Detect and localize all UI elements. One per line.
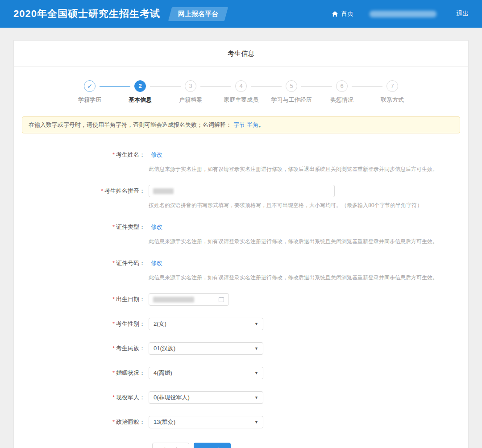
step-label: 学习与工作经历: [266, 96, 317, 104]
field-ethnicity: *考生民族： 01(汉族) ▼: [14, 342, 468, 355]
step-label: 奖惩情况: [317, 96, 367, 104]
step-label: 户籍档案: [166, 96, 216, 104]
chevron-down-icon: ▼: [254, 322, 258, 326]
next-step-button[interactable]: 下一步: [194, 443, 231, 448]
required-mark: *: [112, 320, 115, 327]
halfwidth-notice-banner: 在输入数字或字母时，请使用半角字符，否则可能会造成报名失败；名词解释：字节半角。: [22, 116, 460, 133]
candidate-name-note: 此信息来源于实名注册，如有误请登录实名注册进行修改，修改后退出系统且关闭浏览器重…: [149, 166, 468, 173]
username-redacted: [370, 11, 436, 17]
required-mark: *: [112, 419, 115, 425]
halfwidth-glossary-link[interactable]: 半角: [247, 121, 258, 128]
step-rewards-punishments[interactable]: 6 奖惩情况: [317, 80, 367, 104]
previous-step-button[interactable]: 上一步: [152, 443, 189, 448]
step-number: 5: [286, 80, 297, 92]
header-nav: 首页 退出: [332, 10, 469, 18]
step-household-archive[interactable]: 3 户籍档案: [166, 80, 216, 104]
step-number: 6: [336, 80, 348, 92]
birth-date-label: *出生日期：: [14, 293, 149, 306]
step-basic-info[interactable]: 2 基本信息: [115, 80, 166, 104]
required-mark: *: [112, 224, 115, 230]
step-study-work-experience[interactable]: 5 学习与工作经历: [266, 80, 317, 104]
modify-cert-number-link[interactable]: 修改: [151, 257, 162, 270]
marital-status-value: 4(离婚): [154, 369, 172, 377]
chevron-down-icon: ▼: [254, 371, 258, 375]
field-cert-number: *证件号码： 修改 此信息来源于实名注册，如有误请登录实名注册进行修改，修改后退…: [14, 257, 468, 281]
field-cert-type: *证件类型： 修改 此信息来源于实名注册，如有误请登录实名注册进行修改，修改后退…: [14, 221, 468, 245]
marital-status-select[interactable]: 4(离婚) ▼: [149, 367, 263, 379]
page-title: 考生信息: [14, 41, 468, 67]
notice-suffix: 。: [258, 121, 264, 128]
gender-label: *考生性别：: [14, 318, 149, 330]
logout-link[interactable]: 退出: [456, 10, 469, 18]
field-political-status: *政治面貌： 13(群众) ▼: [14, 416, 468, 428]
ethnicity-label: *考生民族：: [14, 342, 149, 355]
field-candidate-name: *考生姓名： 修改 此信息来源于实名注册，如有误请登录实名注册进行修改，修改后退…: [14, 149, 468, 173]
field-name-pinyin: *考生姓名拼音： 按姓名的汉语拼音的书写形式填写，要求顶格写，且不可出现空格，大…: [14, 185, 468, 209]
gender-select[interactable]: 2(女) ▼: [149, 318, 263, 330]
modify-cert-type-link[interactable]: 修改: [151, 221, 162, 233]
step-number: 3: [185, 80, 196, 92]
ethnicity-select[interactable]: 01(汉族) ▼: [149, 342, 263, 355]
cert-number-note: 此信息来源于实名注册，如有误请登录实名注册进行修改，修改后退出系统且关闭浏览器重…: [149, 274, 468, 281]
field-military-status: *现役军人： 0(非现役军人) ▼: [14, 391, 468, 404]
home-icon: [332, 11, 338, 17]
field-birth-date: *出生日期：: [14, 293, 468, 306]
chevron-down-icon: ▼: [254, 395, 258, 400]
form-actions: 上一步 下一步: [152, 443, 468, 448]
home-label: 首页: [341, 10, 353, 18]
basic-info-form: *考生姓名： 修改 此信息来源于实名注册，如有误请登录实名注册进行修改，修改后退…: [14, 133, 468, 448]
step-label: 家庭主要成员: [216, 96, 266, 104]
military-status-select[interactable]: 0(非现役军人) ▼: [149, 391, 263, 404]
step-number: 4: [235, 80, 247, 92]
candidate-info-card: 考生信息 ✓ 学籍学历 2 基本信息 3 户籍档案 4 家庭主要成员 5 学习与…: [13, 40, 469, 448]
chevron-down-icon: ▼: [254, 346, 258, 351]
ethnicity-value: 01(汉族): [154, 344, 175, 353]
step-check-icon: ✓: [84, 80, 96, 92]
step-label: 基本信息: [115, 96, 166, 104]
name-pinyin-note: 按姓名的汉语拼音的书写形式填写，要求顶格写，且不可出现空格，大小写均可。（最多输…: [149, 202, 468, 209]
step-family-members[interactable]: 4 家庭主要成员: [216, 80, 266, 104]
required-mark: *: [112, 260, 115, 266]
platform-badge-label: 网上报名平台: [178, 10, 218, 18]
political-status-label: *政治面貌：: [14, 416, 149, 428]
candidate-name-label: *考生姓名：: [14, 149, 149, 173]
chevron-down-icon: ▼: [254, 420, 258, 424]
step-number: 2: [134, 80, 146, 92]
platform-badge: 网上报名平台: [168, 7, 228, 21]
cert-type-label: *证件类型：: [14, 221, 149, 245]
marital-status-label: *婚姻状况：: [14, 367, 149, 379]
step-label: 联系方式: [367, 96, 418, 104]
cert-type-note: 此信息来源于实名注册，如有误请登录实名注册进行修改，修改后退出系统且关闭浏览器重…: [149, 238, 468, 245]
calendar-icon[interactable]: [218, 296, 224, 303]
military-status-label: *现役军人：: [14, 391, 149, 404]
name-pinyin-input[interactable]: [149, 185, 335, 197]
field-marital-status: *婚姻状况： 4(离婚) ▼: [14, 367, 468, 379]
name-pinyin-label: *考生姓名拼音：: [14, 185, 149, 209]
birth-date-value-redacted: [153, 297, 194, 303]
required-mark: *: [112, 369, 115, 376]
app-header: 2020年全国硕士研究生招生考试 网上报名平台 首页 退出: [0, 0, 482, 28]
step-number: 7: [386, 80, 398, 92]
birth-date-input[interactable]: [149, 293, 229, 306]
notice-text: 在输入数字或字母时，请使用半角字符，否则可能会造成报名失败；名词解释：: [29, 121, 232, 128]
political-status-select[interactable]: 13(群众) ▼: [149, 416, 263, 428]
step-wizard: ✓ 学籍学历 2 基本信息 3 户籍档案 4 家庭主要成员 5 学习与工作经历 …: [14, 67, 468, 115]
political-status-value: 13(群众): [154, 418, 175, 426]
required-mark: *: [112, 296, 115, 303]
field-gender: *考生性别： 2(女) ▼: [14, 318, 468, 330]
military-status-value: 0(非现役军人): [154, 394, 190, 402]
byte-glossary-link[interactable]: 字节: [233, 121, 245, 128]
app-title: 2020年全国硕士研究生招生考试: [13, 7, 160, 21]
gender-value: 2(女): [154, 320, 166, 328]
required-mark: *: [112, 151, 115, 158]
cert-number-label: *证件号码：: [14, 257, 149, 281]
pinyin-value-redacted: [153, 188, 174, 194]
modify-name-link[interactable]: 修改: [151, 149, 162, 161]
step-label: 学籍学历: [65, 96, 115, 104]
step-education-record[interactable]: ✓ 学籍学历: [65, 80, 115, 104]
required-mark: *: [101, 187, 103, 194]
required-mark: *: [112, 345, 115, 352]
home-link[interactable]: 首页: [332, 10, 353, 18]
step-contact-info[interactable]: 7 联系方式: [367, 80, 418, 104]
required-mark: *: [112, 394, 115, 401]
